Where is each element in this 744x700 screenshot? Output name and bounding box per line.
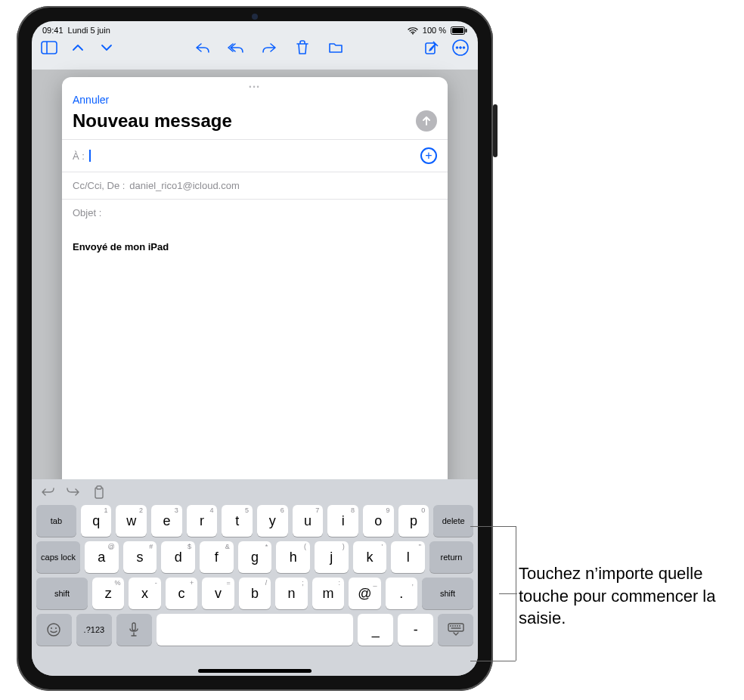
onscreen-keyboard: tab1q2w3e4r5t6y7u8i9o0pdeletecaps lock@a… <box>32 479 478 676</box>
cancel-button[interactable]: Annuler <box>73 94 109 106</box>
key-period[interactable]: ,. <box>386 578 417 609</box>
key-q[interactable]: 1q <box>81 505 112 537</box>
key-d[interactable]: $d <box>161 541 195 573</box>
mail-toolbar <box>32 36 478 62</box>
key-f[interactable]: &f <box>200 541 234 573</box>
key-p[interactable]: 0p <box>398 505 429 537</box>
callout-bracket <box>470 661 516 661</box>
key-t[interactable]: 5t <box>222 505 253 537</box>
to-label: À : <box>73 150 85 162</box>
svg-rect-16 <box>132 623 135 630</box>
key-m[interactable]: :m <box>312 578 344 609</box>
svg-point-14 <box>51 627 52 629</box>
home-indicator[interactable] <box>198 669 312 673</box>
send-button[interactable] <box>416 110 437 132</box>
subject-field-row[interactable]: Objet : <box>62 199 448 226</box>
emoji-key[interactable] <box>36 614 72 646</box>
status-bar: 09:41 Lundi 5 juin 100 % <box>32 21 478 36</box>
key-y[interactable]: 6y <box>257 505 288 537</box>
shift-key-left[interactable]: shift <box>36 578 88 609</box>
compose-icon[interactable] <box>423 39 440 56</box>
svg-rect-3 <box>466 29 467 33</box>
callout-bracket <box>499 593 517 594</box>
key-j[interactable]: )j <box>315 541 349 573</box>
svg-point-0 <box>412 33 414 34</box>
key-a[interactable]: @a <box>85 541 119 573</box>
svg-point-8 <box>456 47 458 49</box>
dash-key[interactable]: - <box>398 614 433 646</box>
battery-percent: 100 % <box>423 26 446 35</box>
compose-title: Nouveau message <box>73 110 232 132</box>
key-l[interactable]: "l <box>391 541 425 573</box>
key-w[interactable]: 2w <box>116 505 147 537</box>
key-s[interactable]: #s <box>123 541 157 573</box>
cc-label: Cc/Cci, De : <box>73 180 125 191</box>
battery-icon <box>451 26 467 35</box>
shift-key-right[interactable]: shift <box>422 578 473 609</box>
wifi-icon <box>408 26 418 35</box>
key-c[interactable]: +c <box>166 578 197 609</box>
trash-icon[interactable] <box>294 39 311 56</box>
chevron-down-icon[interactable] <box>98 39 115 56</box>
callout-text: Touchez n’importe quelle touche pour com… <box>519 562 732 630</box>
svg-point-15 <box>55 627 57 629</box>
cc-field-row[interactable]: Cc/Cci, De : daniel_rico1@icloud.com <box>62 172 448 199</box>
reply-icon[interactable] <box>194 39 211 56</box>
sheet-grabber-icon[interactable]: ••• <box>249 83 260 91</box>
key-h[interactable]: (h <box>276 541 310 573</box>
svg-rect-2 <box>452 28 463 33</box>
svg-rect-17 <box>448 624 463 631</box>
sidebar-toggle-icon[interactable] <box>41 39 57 56</box>
key-x[interactable]: -x <box>129 578 160 609</box>
dictation-key[interactable] <box>116 614 152 646</box>
to-field-row[interactable]: À : + <box>62 139 448 172</box>
front-camera <box>252 14 258 20</box>
chevron-up-icon[interactable] <box>70 39 86 56</box>
tab-key[interactable]: tab <box>36 505 76 537</box>
folder-icon[interactable] <box>327 39 344 56</box>
text-cursor <box>89 150 91 162</box>
capslock-key[interactable]: caps lock <box>36 541 80 573</box>
key-n[interactable]: ;n <box>275 578 307 609</box>
key-at[interactable]: _@ <box>349 578 380 609</box>
undo-icon[interactable] <box>39 484 56 500</box>
message-body[interactable]: Envoyé de mon iPad <box>62 226 448 268</box>
key-u[interactable]: 7u <box>293 505 324 537</box>
key-r[interactable]: 4r <box>187 505 218 537</box>
svg-point-13 <box>48 624 60 636</box>
ipad-device-frame: 09:41 Lundi 5 juin 100 % <box>17 6 493 691</box>
callout-bracket <box>470 526 516 527</box>
from-email: daniel_rico1@icloud.com <box>129 180 239 191</box>
svg-rect-12 <box>97 486 101 489</box>
key-z[interactable]: %z <box>92 578 124 609</box>
key-v[interactable]: =v <box>202 578 234 609</box>
reply-all-icon[interactable] <box>228 39 244 56</box>
delete-key[interactable]: delete <box>433 505 473 537</box>
clipboard-icon[interactable] <box>91 484 107 500</box>
signature-text: Envoyé de mon iPad <box>73 241 169 252</box>
svg-point-9 <box>460 47 462 49</box>
more-icon[interactable] <box>452 39 469 56</box>
space-key[interactable] <box>157 614 354 646</box>
status-date: Lundi 5 juin <box>68 26 110 35</box>
numbers-key[interactable]: .?123 <box>76 614 112 646</box>
key-o[interactable]: 9o <box>363 505 394 537</box>
add-contact-button[interactable]: + <box>420 147 437 164</box>
underscore-key[interactable]: _ <box>358 614 393 646</box>
key-i[interactable]: 8i <box>327 505 358 537</box>
key-b[interactable]: /b <box>239 578 271 609</box>
forward-icon[interactable] <box>261 39 277 56</box>
dismiss-keyboard-key[interactable] <box>438 614 473 646</box>
key-e[interactable]: 3e <box>151 505 182 537</box>
screen: 09:41 Lundi 5 juin 100 % <box>32 21 478 676</box>
status-time: 09:41 <box>42 26 64 35</box>
svg-point-10 <box>463 47 465 49</box>
redo-icon[interactable] <box>65 484 82 500</box>
svg-rect-4 <box>42 42 57 54</box>
key-k[interactable]: 'k <box>353 541 387 573</box>
return-key[interactable]: return <box>429 541 473 573</box>
compose-sheet: ••• Annuler Nouveau message À : + Cc/Cci… <box>62 77 448 493</box>
key-g[interactable]: *g <box>238 541 272 573</box>
subject-label: Objet : <box>73 207 101 218</box>
